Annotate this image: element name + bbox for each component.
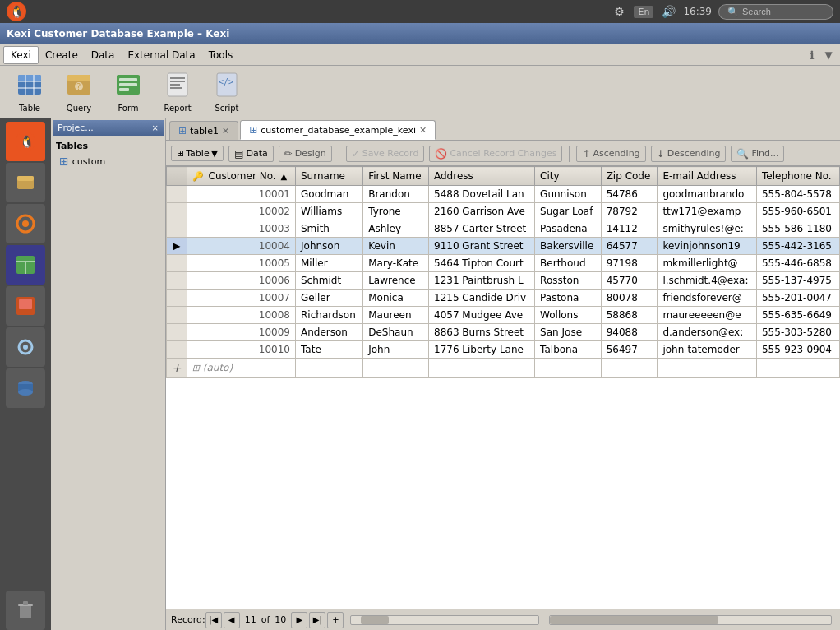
- cell-first_name: John: [363, 341, 429, 359]
- ascending-btn[interactable]: ↑ Ascending: [576, 146, 645, 162]
- project-panel-close[interactable]: ×: [152, 123, 159, 132]
- cell-first_name: Tyrone: [363, 203, 429, 220]
- col-zip[interactable]: Zip Code: [601, 167, 658, 186]
- cell-email: friendsforever@: [658, 290, 757, 307]
- left-iconbar: 🐧: [0, 118, 51, 630]
- cancel-record-btn[interactable]: 🚫 Cancel Record Changes: [429, 146, 562, 162]
- iconbar-db[interactable]: [6, 368, 45, 408]
- iconbar-files[interactable]: [6, 163, 45, 202]
- toolbar-report-btn[interactable]: Report: [155, 69, 201, 115]
- table-row[interactable]: 10006SchmidtLawrence1231 Paintbrush LRos…: [167, 272, 840, 290]
- iconbar-settings[interactable]: [6, 327, 45, 367]
- nav-prev-btn[interactable]: ◀: [224, 612, 240, 628]
- menu-kexi[interactable]: Kexi: [3, 46, 39, 64]
- design-view-btn[interactable]: ✏ Design: [279, 146, 332, 162]
- toolbar-table-btn[interactable]: Table: [7, 69, 53, 115]
- nav-next-btn[interactable]: ▶: [291, 612, 307, 628]
- toolbar-query-label: Query: [67, 104, 91, 113]
- col-surname[interactable]: Surname: [296, 167, 363, 186]
- system-tray: 🐧 ⚙ En 🔊 16:39 🔍: [0, 0, 840, 23]
- toolbar-query-btn[interactable]: ? Query: [56, 69, 102, 115]
- table-row[interactable]: 10003SmithAshley8857 Carter StreetPasade…: [167, 220, 840, 238]
- tab-table1[interactable]: ⊞ table1 ✕: [169, 121, 238, 140]
- horizontal-scroll[interactable]: [350, 615, 539, 625]
- iconbar-impress[interactable]: [6, 286, 45, 326]
- system-search-input[interactable]: [742, 7, 824, 16]
- cell-zip_code: 14112: [601, 220, 658, 238]
- total-records: 10: [275, 614, 286, 625]
- descending-btn[interactable]: ↓ Descending: [651, 146, 727, 162]
- cell-customer_no: 10009: [187, 324, 295, 341]
- main-toolbar: Table ? Query For: [0, 66, 840, 118]
- table-toolbar-icon: [16, 72, 43, 102]
- cell-first_name: DeShaun: [363, 324, 429, 341]
- svg-rect-24: [17, 176, 34, 181]
- cell-email: d.anderson@ex:: [658, 324, 757, 341]
- design-view-label: Design: [295, 148, 326, 159]
- lang-indicator[interactable]: En: [634, 6, 653, 18]
- table-row[interactable]: ▶10004JohnsonKevin9110 Grant StreetBaker…: [167, 238, 840, 255]
- table-row[interactable]: 10008RichardsonMaureen4057 Mudgee AveWol…: [167, 307, 840, 324]
- nav-last-btn[interactable]: ▶|: [309, 612, 325, 628]
- menu-dropdown-icon[interactable]: ▼: [820, 47, 837, 63]
- save-record-btn[interactable]: ✓ Save Record: [346, 146, 425, 162]
- table-row[interactable]: 10005MillerMary-Kate5464 Tipton CourtBer…: [167, 255, 840, 272]
- toolbar-form-btn[interactable]: Form: [105, 69, 151, 115]
- row-indicator: [167, 272, 187, 290]
- col-city[interactable]: City: [535, 167, 602, 186]
- toolbar-form-label: Form: [118, 104, 138, 113]
- toolbar-script-btn[interactable]: </> Script: [204, 69, 250, 115]
- table-row[interactable]: 10010TateJohn1776 Liberty LaneTalbona564…: [167, 341, 840, 359]
- menu-external-data[interactable]: External Data: [121, 47, 201, 63]
- iconbar-browser[interactable]: [6, 204, 45, 243]
- nav-new-btn[interactable]: +: [327, 612, 344, 628]
- col-telephone[interactable]: Telephone No.: [756, 167, 839, 186]
- row-indicator: [167, 220, 187, 238]
- horizontal-scroll2[interactable]: [549, 615, 832, 625]
- col-address[interactable]: Address: [429, 167, 535, 186]
- iconbar-calc[interactable]: [6, 245, 45, 285]
- table-row[interactable]: 10001GoodmanBrandon5488 Dovetail LanGunn…: [167, 186, 840, 203]
- col-firstname[interactable]: First Name: [363, 167, 429, 186]
- new-row[interactable]: +⊞ (auto): [167, 359, 840, 378]
- volume-icon[interactable]: 🔊: [660, 3, 676, 20]
- svg-rect-13: [119, 88, 129, 91]
- table-item-custom[interactable]: ⊞ custom: [56, 153, 160, 169]
- row-indicator: [167, 290, 187, 307]
- toolbar-report-label: Report: [164, 104, 191, 113]
- table-row[interactable]: 10009AndersonDeShaun8863 Burns StreetSan…: [167, 324, 840, 341]
- col-customer-no[interactable]: 🔑 Customer No. ▲: [187, 167, 295, 186]
- tab-customer-close[interactable]: ✕: [419, 125, 427, 136]
- tab-table1-label: table1: [190, 126, 219, 137]
- col-email[interactable]: E-mail Address: [658, 167, 757, 186]
- cell-zip_code: 56497: [601, 341, 658, 359]
- cell-zip_code: 54786: [601, 186, 658, 203]
- cell-address: 8857 Carter Street: [429, 220, 535, 238]
- system-search-box[interactable]: 🔍: [718, 4, 833, 20]
- table-row[interactable]: 10002WilliamsTyrone2160 Garrison AveSuga…: [167, 203, 840, 220]
- cell-customer_no: 10010: [187, 341, 295, 359]
- row-indicator: [167, 203, 187, 220]
- help-icon[interactable]: ℹ: [804, 47, 820, 63]
- data-table-container[interactable]: 🔑 Customer No. ▲ Surname First Name Addr…: [166, 166, 840, 609]
- menu-create[interactable]: Create: [39, 47, 85, 63]
- tab-table1-close[interactable]: ✕: [222, 126, 229, 137]
- tab-customer-db[interactable]: ⊞ customer_database_example_kexi ✕: [240, 120, 436, 140]
- iconbar-home[interactable]: 🐧: [6, 122, 45, 161]
- menu-data[interactable]: Data: [85, 47, 122, 63]
- cell-customer_no: 10004: [187, 238, 295, 255]
- cell-telephone: 555-586-1180: [756, 220, 839, 238]
- cell-zip_code: 94088: [601, 324, 658, 341]
- view-dropdown[interactable]: ⊞ Table ▼: [171, 146, 224, 161]
- cell-surname: Johnson: [296, 238, 363, 255]
- menu-tools[interactable]: Tools: [202, 47, 240, 63]
- new-row-cell: [535, 359, 602, 378]
- nav-first-btn[interactable]: |◀: [205, 612, 222, 628]
- iconbar-trash[interactable]: [6, 591, 45, 630]
- ubuntu-logo[interactable]: 🐧: [7, 2, 26, 21]
- data-view-btn[interactable]: ▤ Data: [228, 146, 274, 162]
- settings-icon[interactable]: ⚙: [611, 3, 627, 20]
- find-btn[interactable]: 🔍 Find...: [731, 146, 784, 162]
- table-row[interactable]: 10007GellerMonica1215 Candide DrivPaston…: [167, 290, 840, 307]
- new-row-cell: [296, 359, 363, 378]
